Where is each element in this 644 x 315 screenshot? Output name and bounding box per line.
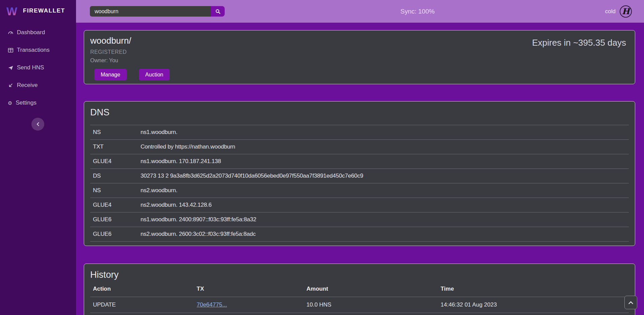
dns-record-value: ns1.woodburn. bbox=[138, 125, 629, 140]
dns-record-row: GLUE4 ns2.woodburn. 143.42.128.6 bbox=[90, 198, 629, 212]
history-row: RENEW a7f3c2d8... 10.0 HNS 15:47:38 07 F… bbox=[90, 313, 629, 315]
dns-record-value: ns1.woodburn. 2400:8907::f03c:93ff:fe5a:… bbox=[138, 212, 629, 227]
sidebar-item-label: Transactions bbox=[17, 47, 50, 53]
search-button[interactable] bbox=[211, 6, 225, 17]
domain-expiry: Expires in ~395.35 days bbox=[532, 38, 626, 48]
dns-record-value: Controlled by https://nathan.woodburn bbox=[138, 140, 629, 154]
sidebar-item-receive[interactable]: Receive bbox=[0, 81, 76, 89]
search-group bbox=[90, 6, 225, 17]
gear-icon: ⚙ bbox=[8, 100, 12, 106]
sidebar-item-label: Settings bbox=[16, 99, 36, 106]
sidebar-item-label: Dashboard bbox=[17, 29, 45, 36]
dns-record-row: GLUE6 ns2.woodburn. 2600:3c02::f03c:93ff… bbox=[90, 227, 629, 242]
sidebar-item-transactions[interactable]: Transactions bbox=[0, 46, 76, 54]
dns-record-row: NS ns2.woodburn. bbox=[90, 183, 629, 198]
sidebar-item-dashboard[interactable]: Dashboard bbox=[0, 28, 76, 37]
firewallet-logo-icon: W bbox=[5, 4, 19, 18]
history-card: History Action TX Amount Time UPDATE 70e… bbox=[84, 264, 635, 315]
sync-status: Sync: 100% bbox=[400, 8, 435, 15]
topbar: Sync: 100% cold H bbox=[76, 0, 644, 23]
main-content: woodburn/ Expires in ~395.35 days REGIST… bbox=[76, 23, 644, 315]
manage-button[interactable]: Manage bbox=[94, 69, 127, 81]
wallet-mode-label: cold bbox=[605, 8, 616, 15]
gauge-icon bbox=[8, 30, 14, 36]
history-amount: 10.0 HNS bbox=[304, 297, 438, 313]
dns-record-value: ns2.woodburn. 2600:3c02::f03c:93ff:fe5a:… bbox=[138, 227, 629, 242]
wallet-mode: cold H bbox=[605, 0, 632, 23]
dns-record-row: NS ns1.woodburn. bbox=[90, 125, 629, 140]
dns-record-value: 30273 13 2 9a3a8fb3d625d2a2073d740f10da6… bbox=[138, 169, 629, 183]
dns-card: DNS NS ns1.woodburn. TXT Controlled by h… bbox=[84, 101, 635, 246]
dns-record-row: GLUE6 ns1.woodburn. 2400:8907::f03c:93ff… bbox=[90, 212, 629, 227]
table-icon bbox=[8, 47, 14, 53]
history-amount: 10.0 HNS bbox=[304, 313, 438, 315]
domain-owner: Owner: You bbox=[90, 58, 626, 64]
dns-record-type: GLUE4 bbox=[90, 154, 138, 169]
scroll-to-top-button[interactable] bbox=[624, 296, 637, 309]
dns-heading: DNS bbox=[90, 107, 629, 118]
history-col-amount: Amount bbox=[304, 284, 438, 297]
sidebar-item-label: Receive bbox=[17, 82, 38, 89]
sidebar-item-label: Send HNS bbox=[17, 64, 44, 71]
history-action: RENEW bbox=[90, 313, 194, 315]
history-heading: History bbox=[90, 270, 629, 280]
dns-record-type: GLUE6 bbox=[90, 227, 138, 242]
dns-record-row: TXT Controlled by https://nathan.woodbur… bbox=[90, 140, 629, 154]
dns-record-type: TXT bbox=[90, 140, 138, 154]
history-col-tx: TX bbox=[194, 284, 304, 297]
dns-record-type: GLUE6 bbox=[90, 212, 138, 227]
dns-record-type: NS bbox=[90, 183, 138, 198]
dns-record-row: GLUE4 ns1.woodburn. 170.187.241.138 bbox=[90, 154, 629, 169]
dns-record-type: NS bbox=[90, 125, 138, 140]
dns-record-value: ns2.woodburn. bbox=[138, 183, 629, 198]
sidebar-collapse-button[interactable] bbox=[31, 118, 44, 131]
sidebar-item-settings[interactable]: ⚙ Settings bbox=[0, 99, 76, 107]
history-row: UPDATE 70e64775... 10.0 HNS 14:46:32 01 … bbox=[90, 297, 629, 313]
chevron-up-icon bbox=[628, 301, 633, 304]
auction-button[interactable]: Auction bbox=[139, 69, 170, 81]
history-header-row: Action TX Amount Time bbox=[90, 284, 629, 297]
chevron-left-icon bbox=[36, 122, 40, 127]
sidebar-nav: Dashboard Transactions Send HNS Receive … bbox=[0, 28, 76, 107]
domain-status: REGISTERED bbox=[90, 49, 626, 55]
brand: W FIREWALLET bbox=[0, 0, 76, 18]
dns-table: NS ns1.woodburn. TXT Controlled by https… bbox=[90, 125, 629, 242]
history-table: Action TX Amount Time UPDATE 70e64775...… bbox=[90, 284, 629, 315]
tx-link[interactable]: 70e64775... bbox=[197, 301, 227, 308]
dns-record-row: DS 30273 13 2 9a3a8fb3d625d2a2073d740f10… bbox=[90, 169, 629, 183]
brand-name: FIREWALLET bbox=[23, 7, 65, 14]
sidebar-item-send-hns[interactable]: Send HNS bbox=[0, 64, 76, 72]
arrow-down-left-icon bbox=[8, 83, 14, 88]
dns-record-value: ns2.woodburn. 143.42.128.6 bbox=[138, 198, 629, 212]
history-time: 15:47:38 07 Feb 2023 bbox=[438, 313, 629, 315]
search-icon bbox=[215, 9, 221, 14]
history-time: 14:46:32 01 Aug 2023 bbox=[438, 297, 629, 313]
history-col-action: Action bbox=[90, 284, 194, 297]
domain-summary-card: woodburn/ Expires in ~395.35 days REGIST… bbox=[84, 30, 635, 84]
dns-record-type: GLUE4 bbox=[90, 198, 138, 212]
history-col-time: Time bbox=[438, 284, 629, 297]
search-input[interactable] bbox=[90, 6, 211, 17]
dns-record-value: ns1.woodburn. 170.187.241.138 bbox=[138, 154, 629, 169]
domain-actions: Manage Auction bbox=[90, 69, 626, 81]
dns-record-type: DS bbox=[90, 169, 138, 183]
history-action: UPDATE bbox=[90, 297, 194, 313]
svg-text:W: W bbox=[6, 5, 18, 18]
send-icon bbox=[8, 65, 14, 71]
handshake-logo-icon[interactable]: H bbox=[620, 5, 632, 18]
sidebar: W FIREWALLET Dashboard Transactions Send… bbox=[0, 0, 76, 315]
